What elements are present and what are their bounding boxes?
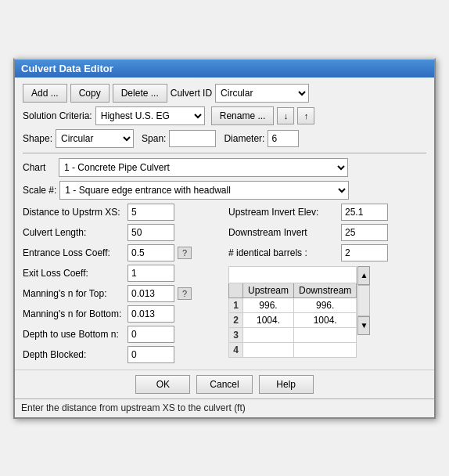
depth-blocked-row: Depth Blocked: (23, 346, 221, 363)
shape-row: Shape: Circular Span: Diameter: (23, 129, 426, 148)
exit-row: Exit Loss Coeff: (23, 265, 221, 282)
toolbar-row: Add ... Copy Delete ... Culvert ID Circu… (23, 84, 426, 103)
identical-barrels-input[interactable] (341, 244, 388, 261)
diameter-input[interactable] (268, 130, 299, 147)
entrance-help-badge[interactable]: ? (178, 247, 192, 259)
scale-row: Scale #: 1 - Square edge entrance with h… (23, 181, 426, 200)
table-row: 21004.1004. (229, 312, 357, 327)
distance-label: Distance to Upstrm XS: (23, 207, 124, 218)
length-input[interactable] (128, 224, 174, 241)
span-label: Span: (142, 133, 166, 144)
table-row: 1996.996. (229, 298, 357, 312)
title-bar: Culvert Data Editor (15, 60, 434, 78)
arrow-up-button[interactable]: ↑ (297, 107, 314, 124)
diameter-label: Diameter: (224, 133, 264, 144)
downstream-invert-input[interactable] (341, 224, 388, 241)
shape-label: Shape: (23, 133, 52, 144)
scale-select[interactable]: 1 - Square edge entrance with headwall (59, 181, 349, 200)
length-row: Culvert Length: (23, 224, 221, 241)
scroll-up-button[interactable]: ▲ (357, 266, 370, 285)
depth-blocked-input[interactable] (128, 346, 174, 363)
downstream-cell[interactable] (294, 327, 357, 342)
scale-label: Scale #: (23, 185, 56, 196)
downstream-cell[interactable] (294, 342, 357, 357)
culvert-id-select[interactable]: Circular (215, 84, 309, 103)
solution-criteria-row: Solution Criteria: Highest U.S. EG Renam… (23, 106, 426, 125)
col-downstream-header: Downstream (294, 283, 357, 298)
bottom-buttons-row: OK Cancel Help (15, 370, 434, 398)
culvert-data-editor-window: Culvert Data Editor Add ... Copy Delete … (13, 58, 436, 419)
downstream-cell[interactable]: 1004. (294, 312, 357, 327)
manning-bottom-label: Manning's n for Bottom: (23, 308, 124, 319)
depth-bottom-input[interactable] (128, 326, 174, 343)
upstream-cell[interactable]: 1004. (243, 312, 294, 327)
upstream-cell[interactable] (243, 327, 294, 342)
centerline-header: Centerline Stations (229, 266, 357, 283)
upstream-invert-label: Upstream Invert Elev: (228, 207, 338, 218)
delete-button[interactable]: Delete ... (113, 84, 167, 103)
cancel-button[interactable]: Cancel (196, 375, 252, 394)
chart-row: Chart 1 - Concrete Pipe Culvert (23, 158, 426, 177)
upstream-cell[interactable] (243, 342, 294, 357)
add-button[interactable]: Add ... (23, 84, 67, 103)
chart-select[interactable]: 1 - Concrete Pipe Culvert (59, 158, 348, 177)
depth-bottom-row: Depth to use Bottom n: (23, 326, 221, 343)
downstream-invert-row: Downstream Invert (228, 224, 426, 241)
row-num-cell: 3 (229, 327, 243, 342)
copy-button[interactable]: Copy (70, 84, 110, 103)
window-title: Culvert Data Editor (21, 63, 113, 74)
manning-bottom-input[interactable] (128, 305, 174, 323)
row-num-cell: 1 (229, 298, 243, 312)
main-fields-area: Distance to Upstrm XS: Culvert Length: E… (23, 204, 426, 363)
depth-blocked-label: Depth Blocked: (23, 349, 124, 360)
culvert-id-label: Culvert ID (171, 88, 212, 99)
entrance-input[interactable] (128, 244, 174, 261)
span-input[interactable] (169, 130, 216, 147)
col-upstream-header: Upstream (243, 283, 294, 298)
distance-input[interactable] (128, 204, 174, 221)
scroll-down-button[interactable]: ▼ (357, 316, 370, 335)
centerline-table: Centerline Stations Upstream Downstream … (228, 266, 357, 358)
left-column: Distance to Upstrm XS: Culvert Length: E… (23, 204, 221, 363)
solution-criteria-label: Solution Criteria: (23, 110, 92, 121)
col-num-header (229, 283, 243, 298)
status-bar: Enter the distance from upstream XS to t… (15, 398, 434, 417)
identical-barrels-row: # identical barrels : (228, 244, 426, 261)
centerline-table-wrapper: Centerline Stations Upstream Downstream … (228, 266, 357, 358)
depth-bottom-label: Depth to use Bottom n: (23, 329, 124, 340)
downstream-invert-label: Downstream Invert (228, 227, 338, 238)
exit-label: Exit Loss Coeff: (23, 268, 124, 279)
right-column: Upstream Invert Elev: Downstream Invert … (228, 204, 426, 363)
rename-button[interactable]: Rename ... (211, 106, 275, 125)
help-button[interactable]: Help (259, 375, 314, 394)
upstream-cell[interactable]: 996. (243, 298, 294, 312)
upstream-invert-row: Upstream Invert Elev: (228, 204, 426, 221)
manning-bottom-row: Manning's n for Bottom: (23, 305, 221, 323)
manning-top-help-badge[interactable]: ? (178, 287, 192, 300)
solution-criteria-select[interactable]: Highest U.S. EG (95, 106, 205, 125)
status-text: Enter the distance from upstream XS to t… (21, 402, 246, 413)
row-num-cell: 2 (229, 312, 243, 327)
ok-button[interactable]: OK (135, 375, 190, 394)
length-label: Culvert Length: (23, 227, 124, 238)
entrance-row: Entrance Loss Coeff: ? (23, 244, 221, 261)
entrance-label: Entrance Loss Coeff: (23, 247, 124, 258)
manning-top-row: Manning's n for Top: ? (23, 285, 221, 302)
table-scrollbar[interactable]: ▲ ▼ (357, 266, 370, 335)
manning-top-label: Manning's n for Top: (23, 288, 124, 299)
table-row: 4 (229, 342, 357, 357)
table-row: 3 (229, 327, 357, 342)
shape-select[interactable]: Circular (56, 129, 134, 148)
manning-top-input[interactable] (128, 285, 174, 302)
arrow-down-button[interactable]: ↓ (277, 107, 294, 124)
row-num-cell: 4 (229, 342, 243, 357)
downstream-cell[interactable]: 996. (294, 298, 357, 312)
exit-input[interactable] (128, 265, 174, 282)
centerline-area: Centerline Stations Upstream Downstream … (228, 266, 426, 358)
identical-barrels-label: # identical barrels : (228, 247, 338, 258)
distance-row: Distance to Upstrm XS: (23, 204, 221, 221)
upstream-invert-input[interactable] (341, 204, 388, 221)
chart-label: Chart (23, 162, 56, 173)
